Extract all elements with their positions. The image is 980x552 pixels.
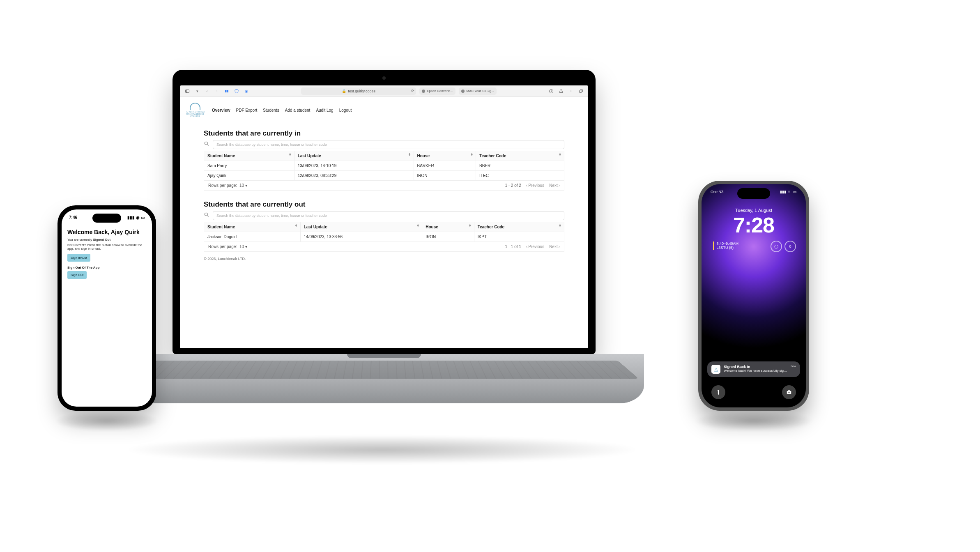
chevron-down-icon[interactable]: ▾ xyxy=(194,88,200,94)
table-row[interactable]: Sam Parry 13/09/2023, 14:10:19 BARKER BB… xyxy=(204,161,564,170)
cell-house: IRON xyxy=(422,232,474,242)
lock-date: Tuesday, 1 August xyxy=(702,208,806,213)
extension-icon[interactable]: ◉ xyxy=(243,88,250,94)
cell-name: Jackson Duguid xyxy=(204,232,301,242)
footer-copyright: © 2023, Lunchbreak LTD. xyxy=(204,257,564,261)
url-text: test.quirky.codes xyxy=(348,89,375,93)
cell-house: BARKER xyxy=(414,161,476,170)
browser-tab-mac[interactable]: MAC Year 13 Sig... xyxy=(459,87,497,95)
notification-time: now xyxy=(791,365,796,374)
status-line: You are currently Signed Out xyxy=(67,238,146,242)
signal-icon: ▮▮▮ xyxy=(127,215,135,220)
col-teacher-code[interactable]: Teacher Code▲▼ xyxy=(474,222,564,232)
phone-left-device: 7:46 ▮▮▮ ◉ ▭ Welcome Back, Ajay Quirk Yo… xyxy=(58,205,156,411)
phone-right-device: One NZ ▮▮▮ ᯤ ▭ Tuesday, 1 August 7:28 8:… xyxy=(698,181,809,411)
forward-icon[interactable]: › xyxy=(214,88,220,94)
url-field[interactable]: 🔒 test.quirky.codes ⟳ xyxy=(301,87,416,95)
nav-audit-log[interactable]: Audit Log xyxy=(316,108,333,113)
nav-pdf-export[interactable]: PDF Export xyxy=(236,108,257,113)
col-last-update[interactable]: Last Update▲▼ xyxy=(294,151,414,161)
tab-label: Epoch Converte... xyxy=(427,89,453,93)
sidebar-icon[interactable] xyxy=(184,88,191,94)
notification-app-icon: ◬ xyxy=(711,365,720,374)
table-row[interactable]: Jackson Duguid 14/09/2023, 13:33:56 IRON… xyxy=(204,232,564,242)
sign-in-out-button[interactable]: Sign In/Out xyxy=(67,254,90,262)
rows-per-page-select[interactable]: 10 ▾ xyxy=(239,244,247,249)
sort-icon: ▲▼ xyxy=(559,224,561,228)
welcome-title: Welcome Back, Ajay Quirk xyxy=(67,229,146,235)
activity-ring-widget[interactable]: ◯ xyxy=(771,241,782,252)
nav-logout[interactable]: Logout xyxy=(339,108,352,113)
section-in-title: Students that are currently in xyxy=(204,129,564,138)
sign-out-button[interactable]: Sign Out xyxy=(67,271,87,279)
phone-left-content: Welcome Back, Ajay Quirk You are current… xyxy=(62,220,152,279)
app-content: TE KURA O TITITEA MOUNT ASPIRING COLLEGE… xyxy=(180,97,588,348)
calendar-widget[interactable]: 8:40–9:40AM L3STU (5) xyxy=(713,242,738,250)
col-last-update[interactable]: Last Update▲▼ xyxy=(300,222,422,232)
dynamic-island-icon xyxy=(92,214,121,223)
dynamic-island-icon xyxy=(737,188,770,199)
logo-mark-icon xyxy=(190,103,200,110)
status-time: 7:46 xyxy=(69,215,77,220)
helper-text: Not Correct? Press the button below to o… xyxy=(67,243,146,251)
nav-overview[interactable]: Overview xyxy=(212,108,230,113)
notification-card[interactable]: ◬ Signed Back In Welcome back! We have s… xyxy=(707,361,800,377)
tabs-overview-icon[interactable] xyxy=(577,88,584,94)
sort-icon: ▲▼ xyxy=(559,153,561,157)
laptop-keyboard xyxy=(129,361,639,379)
col-house[interactable]: House▲▼ xyxy=(422,222,474,232)
favicon-icon xyxy=(461,90,465,93)
search-input-in[interactable]: Search the database by student name, tim… xyxy=(213,140,564,149)
browser-tab-epoch[interactable]: Epoch Converte... xyxy=(419,87,455,95)
phone-left-screen: 7:46 ▮▮▮ ◉ ▭ Welcome Back, Ajay Quirk Yo… xyxy=(62,209,152,407)
col-student-name[interactable]: Student Name▲▼ xyxy=(204,222,301,232)
shield-icon[interactable] xyxy=(233,88,240,94)
previous-button[interactable]: ‹ Previous xyxy=(526,183,544,188)
cell-last: 12/09/2023, 08:33:29 xyxy=(294,170,414,180)
sort-icon: ▲▼ xyxy=(295,224,298,228)
laptop-bezel: ▾ ‹ › ◉ 🔒 test.quirky.codes ⟳ Epoch Conv… xyxy=(173,70,596,354)
tab-group-icon[interactable] xyxy=(223,88,230,94)
countdown-widget[interactable]: 0 xyxy=(784,241,796,252)
new-tab-icon[interactable]: + xyxy=(568,88,574,94)
battery-icon: ▭ xyxy=(141,215,145,220)
cell-teacher: ITEC xyxy=(476,170,564,180)
sort-icon: ▲▼ xyxy=(469,224,472,228)
download-icon[interactable] xyxy=(548,88,554,94)
shadow xyxy=(123,435,641,464)
search-input-out[interactable]: Search the database by student name, tim… xyxy=(213,211,564,220)
previous-button[interactable]: ‹ Previous xyxy=(526,244,544,249)
cell-teacher: IKPT xyxy=(474,232,564,242)
app-nav: TE KURA O TITITEA MOUNT ASPIRING COLLEGE… xyxy=(184,100,584,122)
back-icon[interactable]: ‹ xyxy=(204,88,210,94)
safari-toolbar: ▾ ‹ › ◉ 🔒 test.quirky.codes ⟳ Epoch Conv… xyxy=(180,85,588,97)
col-student-name[interactable]: Student Name▲▼ xyxy=(204,151,294,161)
cell-last: 13/09/2023, 14:10:19 xyxy=(294,161,414,170)
nav-students[interactable]: Students xyxy=(263,108,279,113)
share-icon[interactable] xyxy=(558,88,564,94)
next-button[interactable]: Next › xyxy=(549,244,560,249)
section-out-title: Students that are currently out xyxy=(204,200,564,209)
cell-teacher: BBER xyxy=(476,161,564,170)
col-house[interactable]: House▲▼ xyxy=(414,151,476,161)
laptop-device: ▾ ‹ › ◉ 🔒 test.quirky.codes ⟳ Epoch Conv… xyxy=(173,70,596,403)
table-row[interactable]: Ajay Quirk 12/09/2023, 08:33:29 IRON ITE… xyxy=(204,170,564,180)
table-header-row: Student Name▲▼ Last Update▲▼ House▲▼ Tea… xyxy=(204,151,564,161)
sort-icon: ▲▼ xyxy=(416,224,419,228)
rows-per-page-select[interactable]: 10 ▾ xyxy=(239,183,247,188)
refresh-icon[interactable]: ⟳ xyxy=(411,89,414,93)
page-range: 1 - 1 of 1 xyxy=(505,244,521,249)
lock-time: 7:28 xyxy=(702,213,806,237)
table-header-row: Student Name▲▼ Last Update▲▼ House▲▼ Tea… xyxy=(204,222,564,232)
tab-label: MAC Year 13 Sig... xyxy=(466,89,494,93)
nav-add-student[interactable]: Add a student xyxy=(285,108,311,113)
shadow xyxy=(694,411,813,431)
col-teacher-code[interactable]: Teacher Code▲▼ xyxy=(476,151,564,161)
camera-button[interactable] xyxy=(782,385,796,399)
next-button[interactable]: Next › xyxy=(549,183,560,188)
flashlight-button[interactable] xyxy=(711,385,725,399)
cell-house: IRON xyxy=(414,170,476,180)
logo-text-2: MOUNT ASPIRING COLLEGE xyxy=(184,113,206,118)
sort-icon: ▲▼ xyxy=(408,153,411,157)
calendar-bar-icon xyxy=(713,242,714,250)
